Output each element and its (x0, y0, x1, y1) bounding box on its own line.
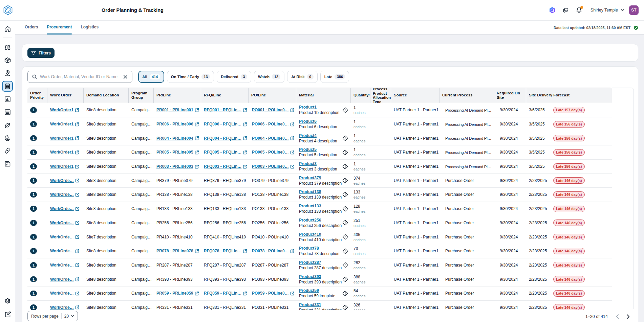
chip-all[interactable]: All414 (138, 71, 164, 83)
material-link[interactable]: Product393 (299, 274, 321, 279)
quantity-uom: eaches (353, 238, 368, 242)
material-link[interactable]: Product133 (299, 204, 321, 208)
work-order-link[interactable]: WorkOrde… (50, 291, 80, 296)
material-link[interactable]: Product256 (299, 218, 321, 223)
chip-delivered[interactable]: Delivered3 (217, 71, 251, 83)
sidebar-item-settings[interactable] (2, 296, 13, 306)
avatar[interactable]: ST (629, 5, 639, 15)
po-line-link[interactable]: PO003 - POLine0… (252, 164, 295, 169)
material-link[interactable]: Product287 (299, 260, 321, 265)
assistant-q-icon[interactable] (547, 5, 557, 15)
tab-procurement[interactable]: Procurement (47, 21, 72, 34)
forecast-date: 2/23/2025 (529, 263, 548, 268)
clear-search-icon[interactable] (122, 74, 129, 80)
external-link-icon (195, 164, 199, 169)
filters-button[interactable]: Filters (27, 48, 55, 58)
material-link[interactable]: Product331 (299, 302, 321, 307)
quantity-uom: eaches (353, 153, 368, 157)
chip-at-risk[interactable]: At Risk0 (287, 71, 318, 83)
next-page-button[interactable] (625, 313, 631, 320)
chip-on-time-early[interactable]: On Time / Early13 (167, 71, 214, 83)
pr-line-link[interactable]: PR078 - PRLine078 (156, 249, 199, 253)
po-line-link[interactable]: PO004 - POLine0… (252, 136, 295, 141)
current-process-cell: Purchase Order (439, 286, 494, 301)
chevron-down-icon[interactable] (621, 9, 624, 12)
work-order-cell: WorkOrde… (47, 188, 84, 202)
sidebar-item-location-pin[interactable] (2, 68, 13, 79)
material-link[interactable]: Product138 (299, 189, 321, 194)
late-badge: Late 156 day(s) (553, 149, 585, 156)
column-header-demand-location: Demand Location (84, 88, 129, 103)
chip-watch[interactable]: Watch12 (254, 71, 284, 83)
rfq-line-link[interactable]: RFQ059 - RFQLin… (204, 291, 247, 296)
pr-line-link[interactable]: PR003 - PRLine003 (156, 164, 199, 169)
work-order-link[interactable]: WorkOrde… (50, 235, 80, 239)
pr-line-link[interactable]: PR001 - PRLine001 (156, 108, 199, 112)
po-line-link[interactable]: PO005 - POLine0… (252, 150, 295, 155)
po-line-link[interactable]: PO078 - POLine0… (252, 249, 295, 253)
sidebar-item-bar-chart[interactable] (2, 94, 13, 105)
work-order-link[interactable]: WorkOrder1 (50, 108, 79, 112)
material-link[interactable]: Product6 (299, 119, 317, 124)
rows-per-page-select[interactable]: Rows per page 20 (27, 311, 78, 321)
notifications-bell-icon[interactable] (574, 5, 584, 15)
chat-icon[interactable] (561, 5, 571, 15)
work-order-link[interactable]: WorkOrder1 (50, 150, 79, 155)
quantity-uom: eaches (353, 209, 368, 213)
work-order-link[interactable]: WorkOrde… (50, 206, 80, 211)
work-order-link[interactable]: WorkOrde… (50, 305, 80, 310)
rfq-line-link[interactable]: RFQ078 - RFQLin… (204, 249, 247, 253)
material-link[interactable]: Product410 (299, 232, 321, 237)
sidebar-item-package[interactable] (2, 55, 13, 66)
material-link[interactable]: Product379 (299, 176, 321, 180)
sidebar-item-layers[interactable] (2, 146, 13, 157)
chip-label: Late (324, 75, 332, 79)
material-link[interactable]: Product5 (299, 147, 317, 152)
work-order-link[interactable]: WorkOrde… (50, 178, 80, 183)
po-line-link[interactable]: PO059 - POLine0… (252, 291, 295, 296)
previous-page-button[interactable] (614, 313, 621, 320)
required-on-site-cell: 9/30/2024 (494, 230, 526, 244)
rfq-line-link[interactable]: RFQ003 - RFQLin… (204, 164, 247, 169)
pr-line-link[interactable]: PR005 - PRLine005 (156, 150, 199, 155)
sidebar-item-radar[interactable] (2, 133, 13, 143)
work-order-link[interactable]: WorkOrde… (50, 192, 80, 197)
work-order-link[interactable]: WorkOrder1 (50, 122, 79, 127)
work-order-link[interactable]: WorkOrde… (50, 263, 80, 268)
material-link[interactable]: Product59 (299, 288, 319, 293)
material-link[interactable]: Product1 (299, 105, 317, 110)
sidebar-item-binoculars[interactable] (2, 42, 13, 53)
work-order-link[interactable]: WorkOrder1 (50, 164, 79, 169)
user-menu-name[interactable]: Shirley Temple (591, 8, 618, 13)
app-logo-icon[interactable] (3, 5, 13, 15)
po-line-link[interactable]: PO006 - POLine0… (252, 122, 295, 127)
pr-line-link[interactable]: PR059 - PRLine059 (156, 291, 199, 296)
work-order-link[interactable]: WorkOrde… (50, 221, 80, 225)
priority-cell: 1 (27, 216, 47, 230)
sidebar-item-work-orders[interactable] (2, 81, 13, 92)
search-input[interactable] (40, 74, 122, 79)
tab-orders[interactable]: Orders (25, 21, 38, 34)
work-order-link[interactable]: WorkOrder1 (50, 136, 79, 141)
sidebar-item-leaf[interactable] (2, 120, 13, 131)
tab-logistics[interactable]: Logistics (81, 21, 99, 34)
material-link[interactable]: Product78 (299, 246, 319, 251)
forecast-date: 3/5/2025 (529, 164, 548, 169)
pr-line-link[interactable]: PR004 - PRLine004 (156, 136, 199, 141)
rfq-line-link[interactable]: RFQ001 - RFQLin… (204, 108, 247, 112)
work-order-link[interactable]: WorkOrde… (50, 249, 80, 253)
material-link[interactable]: Product3 (299, 161, 317, 166)
rfq-line-link[interactable]: RFQ004 - RFQLin… (204, 136, 247, 141)
material-link[interactable]: Product4 (299, 133, 317, 138)
sidebar-item-data-table[interactable] (2, 107, 13, 118)
work-order-link[interactable]: WorkOrde… (50, 277, 80, 282)
po-line-text: PO410 - POLine410 (252, 235, 288, 239)
chip-late[interactable]: Late386 (320, 71, 349, 83)
rfq-line-link[interactable]: RFQ006 - RFQLin… (204, 122, 247, 127)
sidebar-item-edit[interactable] (2, 309, 13, 320)
sidebar-item-home[interactable] (2, 23, 13, 34)
po-line-link[interactable]: PO001 - POLine0… (252, 108, 295, 112)
rfq-line-link[interactable]: RFQ005 - RFQLin… (204, 150, 247, 155)
sidebar-item-storage-chart[interactable] (2, 159, 13, 169)
pr-line-link[interactable]: PR006 - PRLine006 (156, 122, 199, 127)
